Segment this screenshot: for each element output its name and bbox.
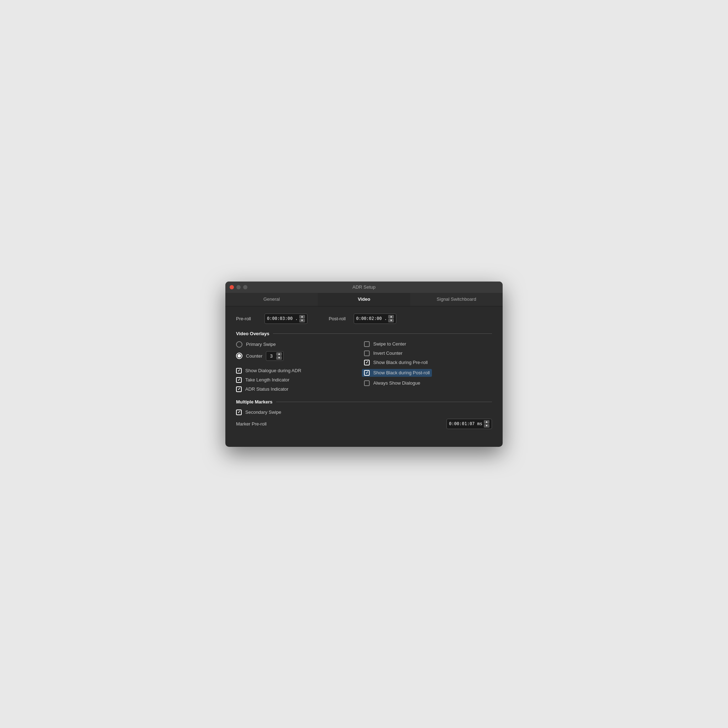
tab-general[interactable]: General — [225, 293, 318, 306]
adr-status-row: ADR Status Indicator — [236, 386, 364, 392]
tab-signal-switchboard[interactable]: Signal Switchboard — [410, 293, 503, 306]
postroll-increment[interactable]: ▲ — [388, 315, 394, 318]
tab-video[interactable]: Video — [318, 293, 410, 306]
always-show-dialogue-label: Always Show Dialogue — [373, 380, 420, 386]
preroll-postroll-row: Pre-roll 0:00:03:00 . ▲ ▼ Post-roll 0:00… — [236, 314, 492, 324]
marker-preroll-decrement[interactable]: ▼ — [484, 424, 489, 428]
secondary-swipe-checkbox[interactable] — [236, 410, 242, 415]
always-show-dialogue-row: Always Show Dialogue — [364, 380, 492, 386]
primary-swipe-label: Primary Swipe — [246, 342, 276, 347]
always-show-dialogue-checkbox[interactable] — [364, 380, 370, 386]
overlays-right-col: Swipe to Center Invert Counter Show Blac… — [364, 341, 492, 396]
swipe-to-center-checkbox[interactable] — [364, 341, 370, 347]
adr-status-checkbox[interactable] — [236, 386, 242, 392]
marker-preroll-increment[interactable]: ▲ — [484, 420, 489, 424]
counter-radio[interactable] — [236, 353, 242, 359]
minimize-button[interactable] — [236, 285, 241, 289]
preroll-value: 0:00:03:00 . — [267, 316, 298, 321]
preroll-spinner[interactable]: ▲ ▼ — [299, 315, 305, 323]
multiple-markers-header: Multiple Markers — [236, 399, 492, 405]
postroll-value: 0:00:02:00 . — [356, 316, 387, 321]
content-area: Pre-roll 0:00:03:00 . ▲ ▼ Post-roll 0:00… — [225, 306, 503, 447]
multiple-markers-divider — [276, 402, 492, 402]
close-button[interactable] — [229, 285, 234, 289]
overlays-left-col: Primary Swipe Counter 3 ▲ ▼ — [236, 341, 364, 396]
adr-status-label: ADR Status Indicator — [245, 386, 288, 392]
counter-input[interactable]: 3 ▲ ▼ — [266, 351, 284, 361]
window-title: ADR Setup — [352, 284, 375, 290]
show-black-preroll-label: Show Black during Pre-roll — [373, 360, 428, 365]
counter-spinner[interactable]: ▲ ▼ — [276, 352, 282, 360]
marker-preroll-row: Marker Pre-roll 0:00:01:07 ms ▲ ▼ — [236, 419, 492, 429]
show-dialogue-adr-label: Show Dialogue during ADR — [245, 368, 301, 373]
marker-preroll-input[interactable]: 0:00:01:07 ms ▲ ▼ — [447, 419, 492, 429]
invert-counter-checkbox[interactable] — [364, 350, 370, 356]
invert-counter-label: Invert Counter — [373, 350, 402, 356]
counter-decrement[interactable]: ▼ — [276, 356, 282, 360]
video-overlays-header: Video Overlays — [236, 331, 492, 336]
marker-preroll-value: 0:00:01:07 ms — [449, 421, 482, 426]
show-black-postroll-checkbox[interactable] — [364, 370, 370, 376]
counter-label: Counter — [246, 353, 262, 359]
preroll-input[interactable]: 0:00:03:00 . ▲ ▼ — [265, 314, 307, 324]
preroll-increment[interactable]: ▲ — [299, 315, 305, 318]
primary-swipe-radio[interactable] — [236, 341, 242, 348]
titlebar: ADR Setup — [225, 281, 503, 293]
secondary-swipe-row: Secondary Swipe — [236, 410, 492, 415]
show-black-preroll-row: Show Black during Pre-roll — [364, 360, 492, 366]
marker-preroll-spinner[interactable]: ▲ ▼ — [484, 420, 489, 428]
preroll-decrement[interactable]: ▼ — [299, 319, 305, 323]
show-dialogue-adr-row: Show Dialogue during ADR — [236, 368, 364, 373]
maximize-button[interactable] — [243, 285, 248, 289]
postroll-spinner[interactable]: ▲ ▼ — [388, 315, 394, 323]
show-dialogue-adr-checkbox[interactable] — [236, 368, 242, 373]
counter-value: 3 — [268, 353, 275, 359]
take-length-checkbox[interactable] — [236, 377, 242, 383]
show-black-postroll-label: Show Black during Post-roll — [373, 370, 430, 375]
tab-bar: General Video Signal Switchboard — [225, 293, 503, 306]
postroll-input[interactable]: 0:00:02:00 . ▲ ▼ — [354, 314, 397, 324]
traffic-lights — [229, 285, 248, 289]
video-overlays-title: Video Overlays — [236, 331, 269, 336]
multiple-markers-title: Multiple Markers — [236, 399, 273, 405]
overlays-two-col: Primary Swipe Counter 3 ▲ ▼ — [236, 341, 492, 396]
swipe-to-center-row: Swipe to Center — [364, 341, 492, 347]
adr-setup-window: ADR Setup General Video Signal Switchboa… — [225, 281, 503, 447]
counter-row: Counter 3 ▲ ▼ — [236, 351, 364, 361]
postroll-decrement[interactable]: ▼ — [388, 319, 394, 323]
secondary-swipe-label: Secondary Swipe — [245, 410, 281, 415]
show-black-preroll-checkbox[interactable] — [364, 360, 370, 366]
preroll-label: Pre-roll — [236, 316, 265, 321]
postroll-label: Post-roll — [329, 316, 354, 321]
marker-preroll-label: Marker Pre-roll — [236, 421, 447, 427]
primary-swipe-row: Primary Swipe — [236, 341, 364, 348]
show-black-postroll-row: Show Black during Post-roll — [364, 369, 492, 377]
counter-increment[interactable]: ▲ — [276, 352, 282, 356]
take-length-row: Take Length Indicator — [236, 377, 364, 383]
invert-counter-row: Invert Counter — [364, 350, 492, 356]
section-divider — [273, 333, 492, 334]
counter-radio-inner — [237, 354, 241, 358]
take-length-label: Take Length Indicator — [245, 377, 289, 382]
swipe-to-center-label: Swipe to Center — [373, 341, 406, 347]
